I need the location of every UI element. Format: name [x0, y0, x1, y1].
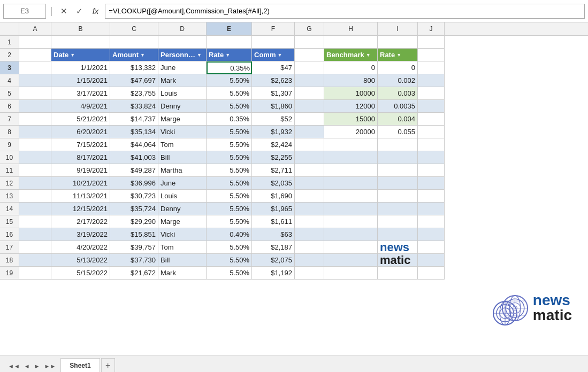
cell-c6[interactable]: $33,824 [110, 100, 158, 113]
cell-a11[interactable] [19, 164, 51, 177]
cell-j6[interactable] [418, 100, 445, 113]
date-dropdown-icon[interactable]: ▼ [70, 52, 75, 58]
cell-h11[interactable] [324, 164, 378, 177]
cell-e19[interactable]: 5.50% [207, 267, 252, 280]
cell-g5[interactable] [295, 87, 324, 100]
cell-d8[interactable]: Vicki [158, 126, 207, 138]
cell-e2-header[interactable]: Rate ▼ [207, 49, 252, 61]
row-header-5[interactable]: 5 [0, 87, 19, 100]
cell-j5[interactable] [418, 87, 445, 100]
cell-c19[interactable]: $21,672 [110, 267, 158, 280]
row-header-15[interactable]: 15 [0, 215, 19, 228]
cell-b10[interactable]: 8/17/2021 [51, 151, 110, 164]
cell-g6[interactable] [295, 100, 324, 113]
cell-h9[interactable] [324, 138, 378, 151]
cell-d10[interactable]: Bill [158, 151, 207, 164]
cell-d6[interactable]: Denny [158, 100, 207, 113]
row-header-16[interactable]: 16 [0, 228, 19, 241]
cell-b5[interactable]: 3/17/2021 [51, 87, 110, 100]
row-header-10[interactable]: 10 [0, 151, 19, 164]
cell-h3[interactable]: 0 [324, 61, 378, 74]
col-header-f[interactable]: F [252, 22, 295, 35]
col-header-j[interactable]: J [418, 22, 445, 35]
cell-a17[interactable] [19, 241, 51, 254]
cell-b4[interactable]: 1/15/2021 [51, 74, 110, 87]
benchmark-dropdown-icon[interactable]: ▼ [366, 52, 371, 58]
cell-j17[interactable] [418, 241, 445, 254]
cell-e15[interactable]: 5.50% [207, 215, 252, 228]
cell-g3[interactable] [295, 61, 324, 74]
cell-g13[interactable] [295, 190, 324, 203]
cell-g8[interactable] [295, 126, 324, 138]
cell-h6[interactable]: 12000 [324, 100, 378, 113]
cell-j8[interactable] [418, 126, 445, 138]
cell-j1[interactable] [418, 36, 445, 49]
cell-a10[interactable] [19, 151, 51, 164]
cell-b9[interactable]: 7/15/2021 [51, 138, 110, 151]
row-header-14[interactable]: 14 [0, 203, 19, 215]
cell-reference-box[interactable]: E3 [3, 4, 46, 19]
cell-c2-header[interactable]: Amount ▼ [110, 49, 158, 61]
cell-e8[interactable]: 5.50% [207, 126, 252, 138]
cell-h4[interactable]: 800 [324, 74, 378, 87]
cell-c5[interactable]: $23,755 [110, 87, 158, 100]
cell-j2[interactable] [418, 49, 445, 61]
cell-f5[interactable]: $1,307 [252, 87, 295, 100]
cell-f19[interactable]: $1,192 [252, 267, 295, 280]
cell-e7[interactable]: 0.35% [207, 113, 252, 126]
row-header-19[interactable]: 19 [0, 267, 19, 280]
cell-i16[interactable] [378, 228, 418, 241]
cell-f9[interactable]: $2,424 [252, 138, 295, 151]
cell-g16[interactable] [295, 228, 324, 241]
col-header-g[interactable]: G [295, 22, 324, 35]
cell-d19[interactable]: Mark [158, 267, 207, 280]
cell-b19[interactable]: 5/15/2022 [51, 267, 110, 280]
cell-f7[interactable]: $52 [252, 113, 295, 126]
cell-b17[interactable]: 4/20/2022 [51, 241, 110, 254]
cell-c8[interactable]: $35,134 [110, 126, 158, 138]
cell-h17[interactable] [324, 241, 378, 254]
cell-h8[interactable]: 20000 [324, 126, 378, 138]
cell-j4[interactable] [418, 74, 445, 87]
cell-b16[interactable]: 3/19/2022 [51, 228, 110, 241]
cell-e5[interactable]: 5.50% [207, 87, 252, 100]
cell-c10[interactable]: $41,003 [110, 151, 158, 164]
cell-e1[interactable] [207, 36, 252, 49]
row-header-8[interactable]: 8 [0, 126, 19, 138]
cell-a8[interactable] [19, 126, 51, 138]
cell-f1[interactable] [252, 36, 295, 49]
cell-d1[interactable] [158, 36, 207, 49]
cell-f16[interactable]: $63 [252, 228, 295, 241]
cell-d5[interactable]: Louis [158, 87, 207, 100]
add-sheet-button[interactable]: + [101, 358, 115, 372]
cell-a7[interactable] [19, 113, 51, 126]
cell-c1[interactable] [110, 36, 158, 49]
cell-f18[interactable]: $2,075 [252, 254, 295, 267]
cell-a13[interactable] [19, 190, 51, 203]
amount-dropdown-icon[interactable]: ▼ [140, 52, 145, 58]
cell-j13[interactable] [418, 190, 445, 203]
cell-h19[interactable] [324, 267, 378, 280]
cell-d2-header[interactable]: Personn… ▼ [158, 49, 207, 61]
cell-d9[interactable]: Tom [158, 138, 207, 151]
cell-i14[interactable] [378, 203, 418, 215]
cell-h13[interactable] [324, 190, 378, 203]
cell-e4[interactable]: 5.50% [207, 74, 252, 87]
cell-d4[interactable]: Mark [158, 74, 207, 87]
cell-b13[interactable]: 11/13/2021 [51, 190, 110, 203]
cell-i7[interactable]: 0.004 [378, 113, 418, 126]
cell-g14[interactable] [295, 203, 324, 215]
cell-h15[interactable] [324, 215, 378, 228]
cell-b1[interactable] [51, 36, 110, 49]
cell-c3[interactable]: $13,332 [110, 61, 158, 74]
cell-g1[interactable] [295, 36, 324, 49]
cell-e11[interactable]: 5.50% [207, 164, 252, 177]
cell-i9[interactable] [378, 138, 418, 151]
cell-a14[interactable] [19, 203, 51, 215]
cell-g15[interactable] [295, 215, 324, 228]
cell-f17[interactable]: $2,187 [252, 241, 295, 254]
col-header-e[interactable]: E [207, 22, 252, 35]
cell-f4[interactable]: $2,623 [252, 74, 295, 87]
cell-a12[interactable] [19, 177, 51, 190]
cell-h14[interactable] [324, 203, 378, 215]
